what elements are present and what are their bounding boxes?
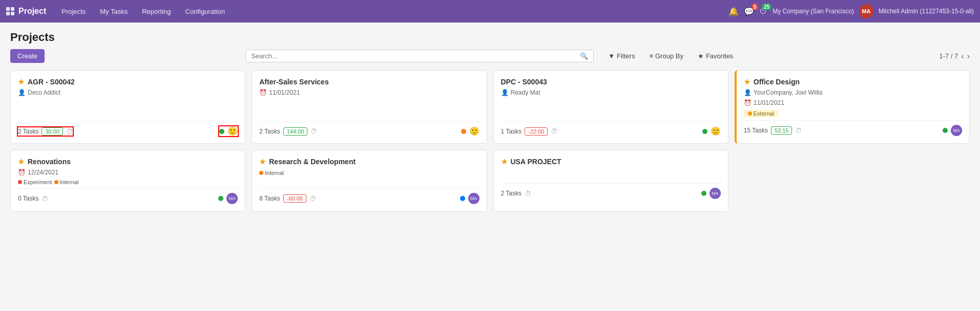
topnav-right: 🔔 💬 5 ⏱ 25 My Company (San Francisco) MA…: [728, 4, 974, 18]
star-icon: ★: [259, 158, 266, 166]
status-dot-orange: [461, 129, 466, 134]
status-dot-green: [701, 191, 706, 196]
project-card-renovations[interactable]: ★ Renovations ⏰ 12/24/2021 Experiment In…: [10, 150, 245, 212]
project-name: DPC - S00043: [501, 78, 547, 86]
person-icon: 👤: [18, 89, 26, 96]
timer-badge: 25: [762, 4, 772, 10]
card-controls: 🙂: [219, 126, 238, 136]
card-tags: Experiment Internal: [18, 179, 238, 185]
card-title: After-Sales Services: [259, 78, 479, 86]
groupby-icon: ≡: [649, 52, 653, 60]
meta-text: YourCompany, Joel Willis: [754, 89, 823, 96]
create-button[interactable]: Create: [10, 49, 45, 63]
project-name: USA PROJECT: [511, 158, 561, 166]
meta-text: 12/24/2021: [28, 169, 58, 176]
filter-icon: ▼: [608, 52, 615, 60]
bell-button[interactable]: 🔔: [728, 7, 739, 16]
next-page-button[interactable]: ›: [967, 52, 970, 61]
card-controls: MA: [943, 125, 962, 136]
star-icon: ★: [501, 158, 508, 166]
smiley-icon[interactable]: 🙂: [711, 126, 721, 136]
project-card-after-sales[interactable]: After-Sales Services ⏰ 11/01/2021 2 Task…: [252, 70, 487, 144]
groupby-button[interactable]: ≡ Group By: [644, 50, 689, 62]
user-name: Mitchell Admin (11227453-15-0-all): [879, 8, 974, 15]
card-title: ★ Research & Development: [259, 158, 479, 166]
toolbar: Create 🔍 ▼ Filters ≡ Group By ★ Favorite…: [10, 49, 970, 63]
person-icon: 👤: [744, 89, 752, 96]
user-avatar: MA: [710, 188, 721, 199]
tag-internal: Internal: [54, 179, 79, 185]
search-bar: 🔍: [245, 50, 594, 62]
prev-page-button[interactable]: ‹: [961, 52, 964, 61]
timer-button[interactable]: ⏱ 25: [759, 7, 767, 16]
clock-icon: ⏱: [66, 127, 73, 135]
card-controls: 🙂: [702, 126, 721, 136]
app-logo[interactable]: Project: [6, 7, 46, 16]
user-avatar: MA: [226, 193, 238, 204]
project-card-agr[interactable]: ★ AGR - S00042 👤 Deco Addict 2 Tasks 30:…: [10, 70, 245, 144]
card-footer: 8 Tasks -60:00 ⏱ MA: [259, 188, 479, 204]
card-title: ★ USA PROJECT: [501, 158, 721, 166]
star-icon: ★: [18, 158, 25, 166]
user-avatar: MA: [468, 193, 479, 204]
page-content: Projects Create 🔍 ▼ Filters ≡ Group By ★…: [0, 23, 980, 220]
grid-icon: [6, 7, 14, 15]
card-controls: MA: [460, 193, 479, 204]
tasks-info: 0 Tasks ⏱: [18, 195, 48, 203]
clock-icon: ⏰: [18, 169, 26, 176]
tasks-info: 2 Tasks ⏱: [501, 190, 531, 197]
nav-reporting[interactable]: Reporting: [135, 0, 178, 23]
status-dot-green: [219, 129, 224, 134]
messages-badge: 5: [752, 4, 759, 10]
filters-button[interactable]: ▼ Filters: [603, 50, 640, 62]
time-badge: 53:15: [771, 126, 793, 135]
nav-my-tasks[interactable]: My Tasks: [93, 0, 135, 23]
status-dot-blue: [460, 196, 465, 201]
time-badge: 30:00: [41, 127, 63, 136]
clock-icon: ⏱: [551, 127, 557, 135]
status-dot-green: [218, 196, 223, 201]
time-badge: -60:00: [283, 194, 306, 203]
project-name: Office Design: [754, 78, 800, 86]
clock-icon: ⏱: [310, 127, 317, 135]
search-icon[interactable]: 🔍: [580, 52, 588, 60]
tasks-info: 2 Tasks 144:00 ⏱: [259, 127, 317, 136]
company-name: My Company (San Francisco): [773, 8, 854, 15]
card-footer: 15 Tasks 53:15 ⏱ MA: [744, 120, 962, 136]
tasks-info: 15 Tasks 53:15 ⏱: [744, 126, 802, 135]
card-title: ★ AGR - S00042: [18, 78, 238, 86]
filter-bar: ▼ Filters ≡ Group By ★ Favorites: [603, 50, 738, 62]
search-input[interactable]: [251, 52, 580, 60]
project-name: Renovations: [28, 158, 71, 166]
smiley-icon[interactable]: 🙂: [227, 126, 238, 136]
clock-icon: ⏱: [525, 190, 531, 197]
card-meta: 👤 Ready Mat: [501, 89, 721, 96]
status-dot-green: [702, 129, 707, 134]
topnav: Project Projects My Tasks Reporting Conf…: [0, 0, 980, 23]
tag-dot: [748, 112, 752, 116]
tag-internal: Internal: [259, 170, 284, 176]
card-meta-date: ⏰ 11/01/2021: [744, 99, 962, 106]
smiley-icon[interactable]: 🙂: [469, 126, 479, 136]
project-card-research[interactable]: ★ Research & Development Internal 8 Task…: [252, 150, 487, 212]
user-avatar[interactable]: MA: [859, 4, 873, 18]
project-card-office-design[interactable]: ★ Office Design 👤 YourCompany, Joel Will…: [735, 70, 970, 144]
tasks-count: 2 Tasks: [259, 128, 280, 135]
card-controls: MA: [701, 188, 721, 199]
tag-dot-orange: [259, 171, 263, 175]
clock-icon: ⏰: [259, 89, 267, 96]
cards-grid: ★ AGR - S00042 👤 Deco Addict 2 Tasks 30:…: [10, 70, 970, 212]
project-name: Research & Development: [269, 158, 356, 166]
project-card-dpc[interactable]: DPC - S00043 👤 Ready Mat 1 Tasks -22:00 …: [493, 70, 728, 144]
person-icon: 👤: [501, 89, 509, 96]
project-card-usa[interactable]: ★ USA PROJECT 2 Tasks ⏱ MA: [493, 150, 728, 212]
project-name: After-Sales Services: [259, 78, 328, 86]
card-title: ★ Office Design: [744, 78, 962, 86]
nav-configuration[interactable]: Configuration: [178, 0, 232, 23]
tag-dot-red: [18, 180, 22, 184]
time-badge: 144:00: [283, 127, 308, 136]
tasks-count: 8 Tasks: [259, 195, 280, 202]
favorites-button[interactable]: ★ Favorites: [693, 50, 738, 62]
nav-projects[interactable]: Projects: [54, 0, 93, 23]
messages-button[interactable]: 💬 5: [744, 7, 754, 16]
